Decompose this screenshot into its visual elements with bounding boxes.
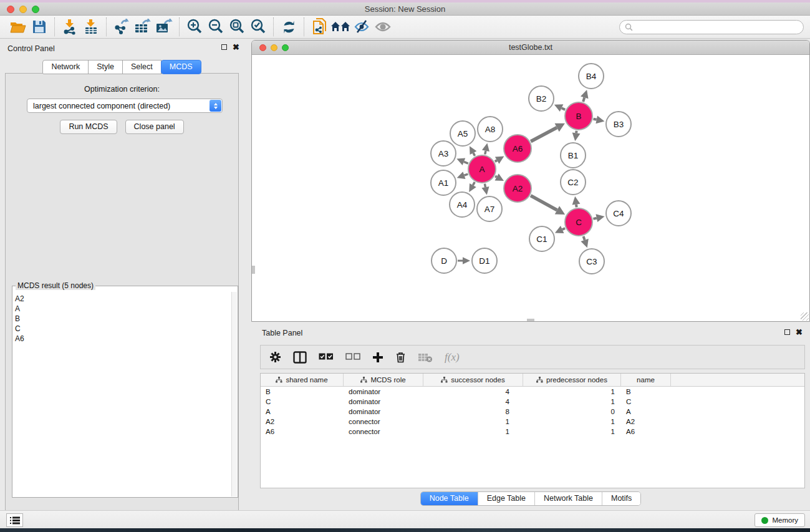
graph-node-A6[interactable]: A6 [503, 134, 532, 163]
table-options-icon[interactable] [269, 351, 281, 363]
graph-node-A4[interactable]: A4 [449, 191, 475, 218]
cell-predecessor-nodes[interactable]: 1 [523, 398, 621, 405]
graph-node-B1[interactable]: B1 [560, 142, 586, 168]
cell-name[interactable]: A6 [621, 428, 671, 435]
column-header-mcds-role[interactable]: MCDS role [344, 374, 423, 386]
global-search-field[interactable] [619, 20, 804, 34]
mcds-result-item[interactable]: C [15, 324, 231, 334]
graph-node-C3[interactable]: C3 [579, 248, 605, 274]
close-panel-icon[interactable]: ✖ [233, 44, 239, 50]
network-canvas[interactable]: B4B2BB3A8A5A6A3B1AC2A1A2A4A7C4CC1C3DD1 [252, 55, 809, 321]
graph-node-B4[interactable]: B4 [578, 63, 604, 89]
window-resize-grip[interactable] [801, 312, 809, 321]
cell-shared-name[interactable]: B [261, 388, 344, 395]
graph-node-C[interactable]: C [564, 208, 593, 236]
graph-node-C4[interactable]: C4 [605, 200, 632, 226]
node-table[interactable]: shared name MCDS role successor nodes pr… [260, 373, 805, 488]
cell-name[interactable]: A [621, 408, 671, 415]
import-table-icon[interactable] [80, 17, 102, 36]
graph-node-A[interactable]: A [468, 155, 496, 183]
graph-node-A5[interactable]: A5 [450, 120, 476, 147]
graph-node-C1[interactable]: C1 [529, 226, 555, 252]
cell-successor-nodes[interactable]: 1 [423, 428, 523, 435]
memory-button[interactable]: Memory [755, 513, 805, 527]
cell-predecessor-nodes[interactable]: 1 [523, 388, 621, 395]
close-panel-button[interactable]: Close panel [125, 120, 184, 134]
cell-successor-nodes[interactable]: 1 [423, 418, 523, 425]
new-network-from-selection-icon[interactable] [309, 17, 330, 36]
cell-predecessor-nodes[interactable]: 1 [523, 428, 621, 435]
column-header-name[interactable]: name [621, 374, 671, 386]
show-graphics-details-icon[interactable] [372, 17, 393, 36]
tab-network-table[interactable]: Network Table [534, 492, 602, 505]
tab-motifs[interactable]: Motifs [602, 492, 640, 505]
search-input[interactable] [633, 23, 803, 32]
task-history-button[interactable] [6, 513, 23, 527]
cell-predecessor-nodes[interactable]: 0 [523, 408, 621, 415]
main-titlebar[interactable]: Session: New Session [0, 2, 810, 16]
tab-select[interactable]: Select [122, 60, 162, 74]
result-scrollbar[interactable] [231, 292, 237, 496]
cell-successor-nodes[interactable]: 8 [423, 408, 523, 415]
graph-node-A3[interactable]: A3 [430, 140, 456, 167]
cell-mcds-role[interactable]: dominator [344, 398, 423, 405]
cell-shared-name[interactable]: A6 [261, 428, 344, 435]
table-row[interactable]: B dominator 4 1 B [261, 387, 804, 397]
tab-node-table[interactable]: Node Table [421, 492, 478, 505]
cell-shared-name[interactable]: C [261, 398, 344, 405]
cell-name[interactable]: A2 [621, 418, 671, 425]
save-session-icon[interactable] [29, 17, 50, 36]
refresh-view-icon[interactable] [278, 17, 299, 36]
mcds-result-item[interactable]: A6 [15, 334, 231, 344]
graph-node-A2[interactable]: A2 [503, 174, 532, 203]
open-session-icon[interactable] [7, 17, 29, 36]
mcds-result-item[interactable]: A [15, 304, 231, 314]
select-all-columns-icon[interactable] [319, 353, 334, 361]
horizontal-scroll-indicator[interactable] [527, 319, 534, 321]
zoom-fit-icon[interactable] [226, 17, 248, 36]
zoom-out-icon[interactable] [205, 17, 226, 36]
cell-name[interactable]: B [621, 388, 671, 395]
graph-node-A7[interactable]: A7 [476, 196, 503, 222]
float-table-panel-icon[interactable] [784, 329, 790, 335]
graph-node-D1[interactable]: D1 [471, 248, 498, 274]
table-row[interactable]: A6 connector 1 1 A6 [261, 427, 804, 437]
graph-node-A8[interactable]: A8 [477, 116, 503, 142]
cybrowser-home-icon[interactable] [330, 17, 351, 36]
export-network-icon[interactable] [111, 17, 132, 36]
column-header-predecessor-nodes[interactable]: predecessor nodes [523, 374, 621, 386]
tab-mcds[interactable]: MCDS [161, 60, 201, 74]
column-header-successor-nodes[interactable]: successor nodes [423, 374, 523, 386]
column-header-shared-name[interactable]: shared name [261, 374, 344, 386]
cell-successor-nodes[interactable]: 4 [423, 388, 523, 395]
unselect-all-columns-icon[interactable] [345, 353, 360, 361]
cell-mcds-role[interactable]: dominator [344, 408, 423, 415]
cell-name[interactable]: C [621, 398, 671, 405]
close-table-panel-icon[interactable]: ✖ [796, 329, 803, 335]
table-row[interactable]: A2 connector 1 1 A2 [261, 417, 804, 427]
cell-predecessor-nodes[interactable]: 1 [523, 418, 621, 425]
run-mcds-button[interactable]: Run MCDS [60, 120, 117, 134]
tab-network[interactable]: Network [42, 60, 89, 74]
vertical-scroll-indicator[interactable] [252, 266, 255, 274]
graph-node-B[interactable]: B [564, 102, 593, 130]
float-panel-icon[interactable] [221, 44, 227, 50]
graph-node-B2[interactable]: B2 [528, 85, 554, 112]
export-table-icon[interactable] [132, 17, 153, 36]
cell-shared-name[interactable]: A2 [261, 418, 344, 425]
show-columns-icon[interactable] [293, 351, 307, 364]
cell-mcds-role[interactable]: connector [344, 418, 423, 425]
delete-columns-icon[interactable] [395, 351, 406, 363]
tab-style[interactable]: Style [88, 60, 123, 74]
graph-node-D[interactable]: D [431, 248, 457, 274]
zoom-selected-icon[interactable] [248, 17, 269, 36]
hide-graphics-details-icon[interactable] [351, 17, 372, 36]
mcds-result-item[interactable]: A2 [15, 294, 231, 304]
import-network-icon[interactable] [59, 17, 80, 36]
zoom-in-icon[interactable] [184, 17, 205, 36]
cell-successor-nodes[interactable]: 4 [423, 398, 523, 405]
network-window-titlebar[interactable]: testGlobe.txt [252, 41, 809, 55]
graph-node-B3[interactable]: B3 [605, 111, 632, 137]
criterion-dropdown[interactable]: largest connected component (directed) [27, 99, 223, 113]
tab-edge-table[interactable]: Edge Table [478, 492, 534, 505]
